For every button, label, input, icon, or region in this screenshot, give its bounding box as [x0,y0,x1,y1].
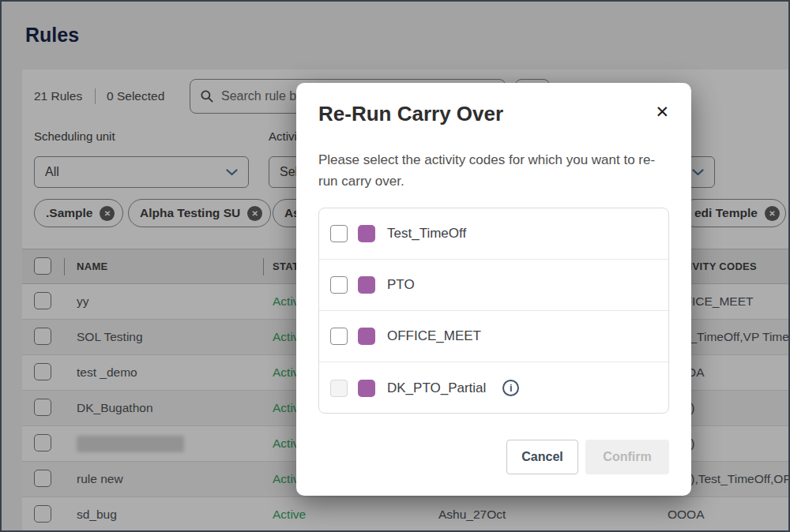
cancel-button[interactable]: Cancel [506,440,578,474]
rules-window: Rules 21 Rules 0 Selected Scheduling uni… [0,0,790,532]
item-checkbox[interactable] [330,225,348,242]
item-checkbox-disabled [330,380,348,397]
close-icon[interactable]: ✕ [655,103,669,120]
activity-color-swatch [358,276,375,294]
modal-description: Please select the activity codes for whi… [318,149,675,192]
rerun-carry-over-modal: Re-Run Carry Over ✕ Please select the ac… [296,83,691,496]
activity-code-item: DK_PTO_Partial i [319,362,668,414]
activity-color-swatch [358,380,375,397]
activity-code-label: OFFICE_MEET [387,328,481,344]
activity-code-item: PTO [319,260,668,311]
activity-code-label: PTO [387,277,415,293]
description-line: Please select the activity codes for whi… [318,149,675,170]
confirm-button: Confirm [585,440,669,474]
activity-code-label: Test_TimeOff [387,226,466,242]
activity-code-item: Test_TimeOff [319,208,668,260]
modal-title: Re-Run Carry Over [318,102,503,126]
activity-code-item: OFFICE_MEET [319,311,668,362]
activity-code-list: Test_TimeOff PTO OFFICE_MEET DK_PTO_Part… [318,208,669,414]
info-icon[interactable]: i [502,380,519,396]
item-checkbox[interactable] [330,276,348,294]
activity-color-swatch [358,328,375,345]
description-line: run carry over. [318,170,675,192]
item-checkbox[interactable] [330,328,348,345]
activity-color-swatch [358,225,375,242]
activity-code-label: DK_PTO_Partial [387,380,486,396]
